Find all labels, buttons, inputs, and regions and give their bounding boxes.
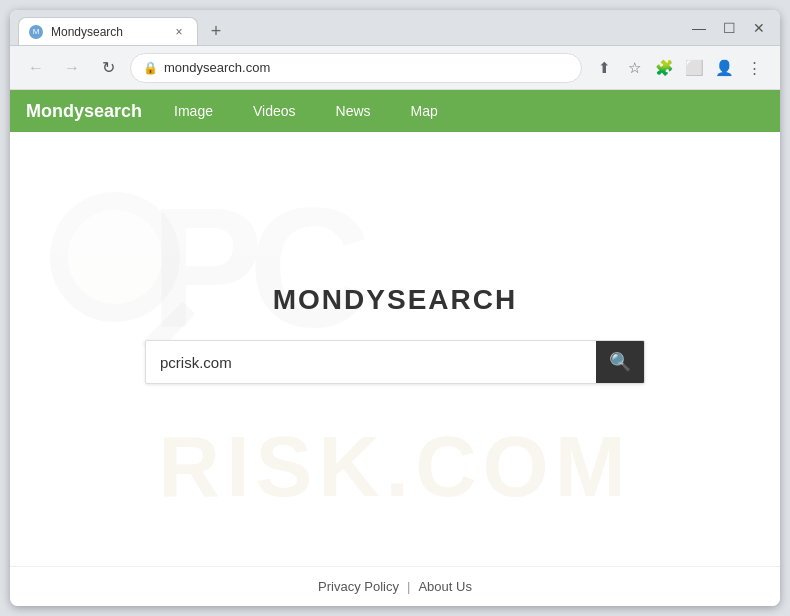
address-bar: ← → ↻ 🔒 mondysearch.com ⬆ ☆ 🧩 ⬜ 👤 ⋮ <box>10 46 780 90</box>
search-box-wrapper: 🔍 <box>145 340 645 384</box>
tab-close-button[interactable]: × <box>171 24 187 40</box>
reload-button[interactable]: ↻ <box>94 54 122 82</box>
cast-button[interactable]: ⬜ <box>680 54 708 82</box>
search-area: MONDYSEARCH 🔍 <box>145 284 645 384</box>
menu-button[interactable]: ⋮ <box>740 54 768 82</box>
watermark-risk-com: RISK.COM <box>10 418 780 516</box>
profile-button[interactable]: 👤 <box>710 54 738 82</box>
tab-area: M Mondysearch × + <box>18 10 680 45</box>
site-nav-brand[interactable]: Mondysearch <box>26 101 142 122</box>
site-nav: Mondysearch Image Videos News Map <box>10 90 780 132</box>
url-bar[interactable]: 🔒 mondysearch.com <box>130 53 582 83</box>
site-title: MONDYSEARCH <box>273 284 517 316</box>
maximize-button[interactable]: ☐ <box>716 15 742 41</box>
nav-link-map[interactable]: Map <box>403 99 446 123</box>
footer-privacy-policy-link[interactable]: Privacy Policy <box>318 579 399 594</box>
forward-button[interactable]: → <box>58 54 86 82</box>
tab-title: Mondysearch <box>51 25 163 39</box>
footer-links: Privacy Policy | About Us <box>22 579 768 594</box>
site-footer: Privacy Policy | About Us <box>10 566 780 606</box>
url-text: mondysearch.com <box>164 60 569 75</box>
close-button[interactable]: ✕ <box>746 15 772 41</box>
extensions-button[interactable]: 🧩 <box>650 54 678 82</box>
lock-icon: 🔒 <box>143 61 158 75</box>
back-button[interactable]: ← <box>22 54 50 82</box>
title-bar: M Mondysearch × + — ☐ ✕ <box>10 10 780 46</box>
new-tab-button[interactable]: + <box>202 17 230 45</box>
share-button[interactable]: ⬆ <box>590 54 618 82</box>
bookmark-button[interactable]: ☆ <box>620 54 648 82</box>
toolbar-actions: ⬆ ☆ 🧩 ⬜ 👤 ⋮ <box>590 54 768 82</box>
nav-link-news[interactable]: News <box>328 99 379 123</box>
site-content: PC RISK.COM MONDYSEARCH 🔍 <box>10 132 780 566</box>
nav-link-image[interactable]: Image <box>166 99 221 123</box>
search-input[interactable] <box>146 341 596 383</box>
tab-favicon: M <box>29 25 43 39</box>
search-icon: 🔍 <box>609 351 631 373</box>
footer-separator: | <box>407 579 410 594</box>
nav-link-videos[interactable]: Videos <box>245 99 304 123</box>
window-controls: — ☐ ✕ <box>686 15 772 41</box>
browser-window: M Mondysearch × + — ☐ ✕ ← → ↻ 🔒 mondysea… <box>10 10 780 606</box>
minimize-button[interactable]: — <box>686 15 712 41</box>
search-button[interactable]: 🔍 <box>596 341 644 383</box>
active-tab[interactable]: M Mondysearch × <box>18 17 198 45</box>
footer-about-us-link[interactable]: About Us <box>418 579 471 594</box>
